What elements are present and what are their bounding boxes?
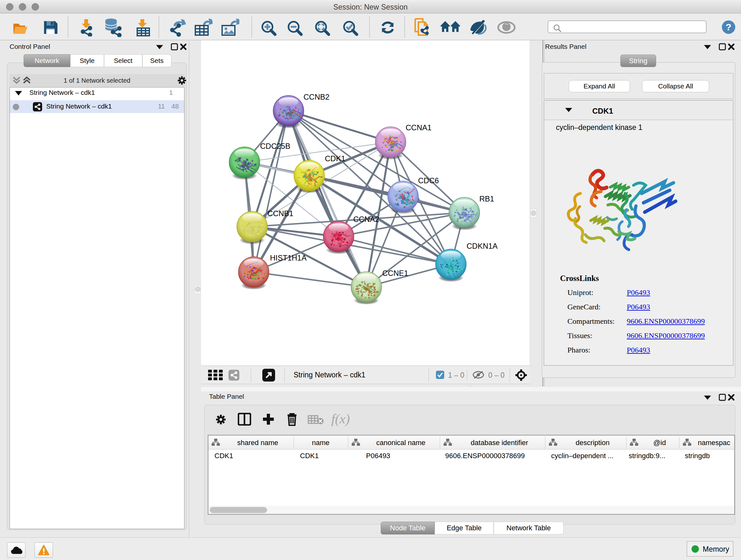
svg-text:CDKN1A: CDKN1A bbox=[467, 242, 497, 250]
svg-text:CCNB1: CCNB1 bbox=[267, 209, 293, 218]
svg-text:CDC25B: CDC25B bbox=[260, 142, 290, 150]
svg-text:RB1: RB1 bbox=[479, 194, 494, 203]
svg-text:HIST1H1A: HIST1H1A bbox=[270, 253, 307, 262]
svg-text:CCNE1: CCNE1 bbox=[382, 269, 408, 277]
svg-text:CCNA1: CCNA1 bbox=[406, 123, 431, 132]
svg-text:CCNA2: CCNA2 bbox=[353, 215, 379, 224]
svg-text:CDC6: CDC6 bbox=[418, 176, 439, 185]
svg-text:CDK1: CDK1 bbox=[325, 154, 345, 163]
svg-text:CCNB2: CCNB2 bbox=[304, 92, 329, 101]
